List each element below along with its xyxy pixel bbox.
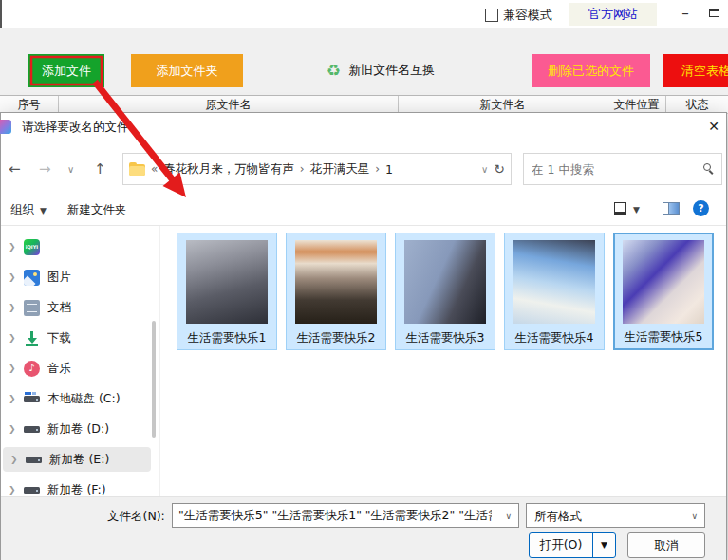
chevron-down-icon: ∨	[691, 512, 698, 521]
drive-icon	[26, 452, 42, 468]
sidebar-item-drive-c[interactable]: ❯ 本地磁盘 (C:)	[1, 386, 149, 411]
breadcrumb-collapsed[interactable]: «	[151, 162, 158, 176]
col-old-name: 原文件名	[59, 96, 399, 113]
file-item[interactable]: 生活需要快乐1	[177, 233, 277, 350]
drive-icon	[24, 391, 40, 407]
preview-pane-icon[interactable]	[663, 202, 680, 215]
iqiyi-app-icon: iQIYI	[24, 239, 40, 255]
chevron-right-icon[interactable]: ❯	[9, 333, 16, 343]
sidebar-item-iqiyi[interactable]: ❯ iQIYI	[1, 234, 149, 259]
minimize-button[interactable]: –	[674, 2, 697, 25]
chevron-down-icon: ▼	[40, 206, 47, 215]
sidebar-scrollbar[interactable]	[152, 321, 156, 438]
dialog-toolbar: 组织 ▼ 新建文件夹 ▼ ?	[1, 195, 726, 226]
search-icon	[703, 163, 713, 173]
clear-table-button[interactable]: 清空表格	[663, 54, 728, 87]
file-item[interactable]: 生活需要快乐5	[613, 233, 714, 350]
breadcrumb-segment[interactable]: 花开满天星	[310, 161, 370, 177]
sidebar-item-drive-e[interactable]: ❯ 新加卷 (E:)	[3, 447, 151, 472]
official-site-label: 官方网站	[588, 6, 638, 23]
view-mode-dropdown-icon[interactable]: ▼	[633, 205, 640, 215]
sidebar-item-documents[interactable]: ❯ 文档	[1, 295, 149, 320]
organize-button[interactable]: 组织 ▼	[10, 202, 47, 218]
documents-icon	[24, 300, 40, 316]
file-item[interactable]: 生活需要快乐4	[504, 233, 605, 350]
col-status: 状态	[666, 96, 728, 113]
chevron-right-icon[interactable]: ❯	[9, 394, 16, 403]
forward-icon[interactable]: →	[39, 160, 51, 177]
filename-input[interactable]	[178, 504, 492, 527]
dialog-title: 请选择要改名的文件	[22, 120, 129, 136]
chevron-down-icon[interactable]: ∨	[505, 512, 512, 521]
sidebar-item-label: 音乐	[47, 361, 71, 377]
chevron-right-icon[interactable]: ❯	[10, 455, 18, 464]
file-item[interactable]: 生活需要快乐2	[286, 233, 386, 350]
file-open-dialog: 请选择要改名的文件 ✕ ← → ∨ ↑ « 春花秋月来，万物皆有声 › 花开满天…	[0, 112, 727, 560]
file-name-label: 生活需要快乐5	[615, 329, 712, 345]
folder-icon	[129, 162, 145, 176]
sidebar-item-label: 文档	[47, 300, 71, 316]
navigation-pane: ❯ iQIYI ❯ 图片 ❯ 文档 ❯ 下载 ❯ ♪ 音乐 ❯ 本地磁盘 (C:…	[1, 226, 160, 496]
filename-label: 文件名(N):	[107, 509, 165, 525]
help-icon[interactable]: ?	[693, 200, 709, 216]
view-mode-icon[interactable]	[614, 202, 626, 215]
sidebar-item-label: 新加卷 (E:)	[49, 452, 109, 468]
search-box[interactable]	[523, 153, 722, 185]
file-item[interactable]: 生活需要快乐3	[395, 233, 495, 350]
breadcrumb-segment[interactable]: 1	[385, 162, 393, 177]
file-name-label: 生活需要快乐3	[396, 330, 495, 346]
sidebar-item-label: 本地磁盘 (C:)	[47, 391, 121, 407]
sidebar-item-pictures[interactable]: ❯ 图片	[1, 265, 149, 289]
breadcrumb[interactable]: « 春花秋月来，万物皆有声 › 花开满天星 › 1 ∨ ↻	[122, 153, 512, 185]
new-folder-button[interactable]: 新建文件夹	[67, 202, 127, 218]
file-thumbnail	[404, 240, 486, 324]
recycle-swap-icon: ♻	[327, 63, 341, 79]
add-file-button[interactable]: 添加文件	[28, 54, 104, 87]
drive-icon	[24, 421, 40, 438]
chevron-right-icon[interactable]: ❯	[9, 364, 16, 373]
maximize-icon[interactable]	[709, 9, 719, 17]
chevron-right-icon[interactable]: ❯	[9, 303, 16, 312]
search-input[interactable]	[532, 154, 693, 184]
sidebar-item-music[interactable]: ❯ ♪ 音乐	[1, 356, 149, 381]
open-split-dropdown-icon[interactable]: ▼	[592, 533, 615, 557]
breadcrumb-separator: ›	[375, 162, 380, 176]
file-table-header: 序号 原文件名 新文件名 文件位置 状态	[0, 95, 728, 114]
swap-names-button[interactable]: ♻ 新旧文件名互换	[327, 59, 435, 82]
add-folder-button[interactable]: 添加文件夹	[131, 54, 243, 87]
sidebar-item-drive-d[interactable]: ❯ 新加卷 (D:)	[1, 417, 149, 441]
history-dropdown-icon[interactable]: ∨	[67, 164, 74, 175]
chevron-right-icon[interactable]: ❯	[9, 242, 16, 252]
open-button[interactable]: 打开(O) ▼	[529, 532, 616, 558]
filename-combobox[interactable]: ∨	[172, 503, 519, 528]
dialog-titlebar: 请选择要改名的文件 ✕	[1, 113, 726, 140]
col-location: 文件位置	[607, 96, 666, 113]
official-site-button[interactable]: 官方网站	[569, 3, 657, 26]
file-name-label: 生活需要快乐1	[177, 330, 276, 346]
compat-mode-group: 兼容模式	[485, 7, 552, 24]
chevron-right-icon[interactable]: ❯	[9, 272, 16, 282]
compat-mode-checkbox[interactable]	[485, 9, 498, 22]
close-icon[interactable]: ✕	[701, 117, 726, 136]
chevron-right-icon[interactable]: ❯	[9, 485, 16, 495]
music-icon: ♪	[24, 361, 40, 377]
organize-label: 组织	[10, 202, 34, 218]
back-icon[interactable]: ←	[9, 160, 21, 177]
address-dropdown-icon[interactable]: ∨	[481, 164, 488, 175]
refresh-icon[interactable]: ↻	[494, 161, 505, 177]
pictures-icon	[24, 270, 40, 286]
col-new-name: 新文件名	[399, 96, 607, 113]
up-icon[interactable]: ↑	[94, 160, 106, 177]
chevron-right-icon[interactable]: ❯	[9, 424, 16, 434]
open-button-label[interactable]: 打开(O)	[530, 533, 592, 557]
cancel-button[interactable]: 取消	[627, 532, 705, 558]
col-index: 序号	[0, 96, 59, 113]
file-type-select[interactable]: 所有格式 ∨	[526, 503, 705, 528]
sidebar-item-drive-f[interactable]: ❯ 新加卷 (F:)	[1, 477, 149, 496]
delete-selected-button[interactable]: 删除已选的文件	[532, 54, 650, 87]
file-thumbnail	[623, 240, 704, 324]
file-name-label: 生活需要快乐4	[505, 330, 604, 346]
sidebar-item-label: 图片	[47, 270, 71, 286]
breadcrumb-segment[interactable]: 春花秋月来，万物皆有声	[163, 161, 294, 177]
sidebar-item-downloads[interactable]: ❯ 下载	[1, 326, 149, 350]
